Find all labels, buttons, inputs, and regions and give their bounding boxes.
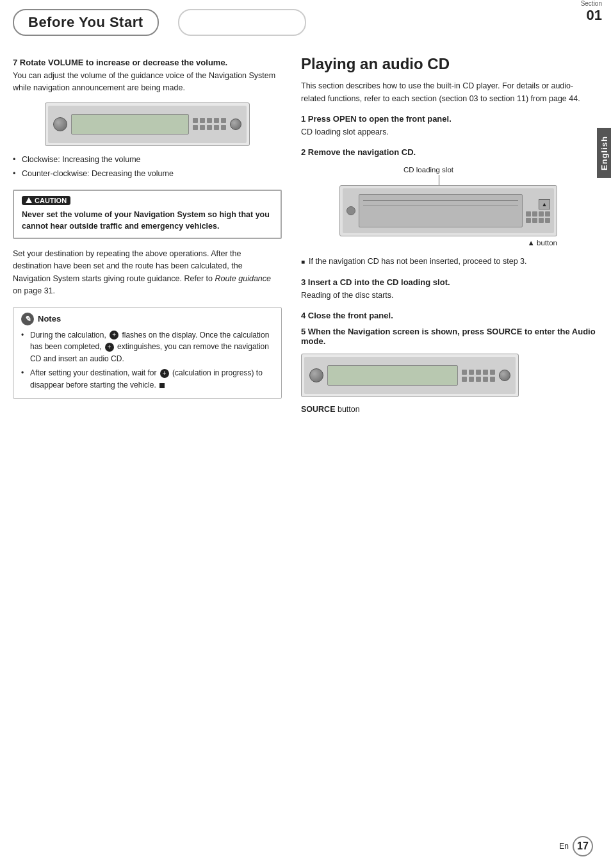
note-item-2: After setting your destination, wait for… <box>21 367 273 391</box>
destination-paragraph: Set your destination by repeating the ab… <box>13 248 282 298</box>
notes-list: During the calculation, flashes on the d… <box>21 329 273 391</box>
cd-button-grid <box>526 211 550 223</box>
section-number: 01 <box>587 7 602 24</box>
calc-icon-1 <box>110 331 118 340</box>
subtitle-pill <box>178 9 306 36</box>
eject-label-area: ▲ button <box>339 239 557 247</box>
section-heading: Playing an audio CD <box>301 55 596 73</box>
stop-icon <box>159 383 165 388</box>
content-area: 7 Rotate VOLUME to increase or decrease … <box>0 36 611 427</box>
source-device-buttons <box>462 370 495 382</box>
bullet-item-2: Counter-clockwise: Decreasing the volume <box>13 168 282 180</box>
source-bold-text: SOURCE <box>301 405 335 414</box>
cd-slot-indicator <box>363 200 518 201</box>
cd-slot-text: CD loading slot <box>403 166 453 174</box>
step3-heading: 3 Insert a CD into the CD loading slot. <box>301 277 596 287</box>
source-screen <box>327 365 458 386</box>
page-header: Before You Start Section 01 <box>0 0 611 36</box>
cd-slot-label: CD loading slot <box>339 166 557 174</box>
device-buttons <box>193 118 226 130</box>
step2-heading: 2 Remove the navigation CD. <box>301 147 596 157</box>
page-number: 17 <box>573 836 593 856</box>
eject-button[interactable]: ▲ <box>539 199 550 209</box>
cd-device-image: ▲ <box>339 185 557 236</box>
step1-heading: 1 Press OPEN to open the front panel. <box>301 114 596 124</box>
step5-heading: 5 When the Navigation screen is shown, p… <box>301 327 596 346</box>
arrow-line-down <box>439 175 439 185</box>
intro-text: This section describes how to use the bu… <box>301 79 596 105</box>
section-label: Section <box>581 0 602 7</box>
right-knob <box>230 119 241 130</box>
cd-right-panel: ▲ <box>526 199 550 223</box>
device-image-2 <box>301 354 519 397</box>
cd-note-text: If the navigation CD has not been insert… <box>309 256 527 268</box>
notes-title: ✎ Notes <box>21 313 273 325</box>
cd-main-body <box>359 194 523 227</box>
caution-icon: CAUTION <box>22 196 70 205</box>
cd-left-knob <box>346 206 355 215</box>
device-screen <box>71 114 189 135</box>
page-title: Before You Start <box>13 9 159 36</box>
cd-device-wrapper: CD loading slot <box>339 166 557 247</box>
step7-heading: 7 Rotate VOLUME to increase or decrease … <box>13 58 282 67</box>
left-column: 7 Rotate VOLUME to increase or decrease … <box>13 49 282 414</box>
cd-note: ■ If the navigation CD has not been inse… <box>301 256 596 268</box>
device-image-1 <box>45 102 250 146</box>
volume-bullet-list: Clockwise: Increasing the volume Counter… <box>13 154 282 181</box>
eject-label-text: ▲ button <box>527 239 557 247</box>
caution-body: Never set the volume of your Navigation … <box>22 209 273 233</box>
step3-body: Reading of the disc starts. <box>301 290 596 302</box>
page-number-prefix: En <box>559 842 569 851</box>
caution-box: CAUTION Never set the volume of your Nav… <box>13 190 282 240</box>
left-knob <box>53 117 67 131</box>
notes-box: ✎ Notes During the calculation, flashes … <box>13 307 282 400</box>
right-column: Playing an audio CD This section describ… <box>301 49 596 414</box>
note-item-1: During the calculation, flashes on the d… <box>21 329 273 365</box>
section-info: Section 01 <box>581 0 602 24</box>
caution-title: CAUTION <box>22 196 273 205</box>
source-right-knob <box>499 370 510 381</box>
calc-icon-3 <box>160 369 169 378</box>
language-tab: English <box>597 128 611 178</box>
step7-body: You can adjust the volume of the guidanc… <box>13 70 282 95</box>
source-label-text: button <box>338 405 360 414</box>
bullet-item-1: Clockwise: Increasing the volume <box>13 154 282 166</box>
page-footer: En 17 <box>559 836 593 856</box>
source-label: SOURCE button <box>301 405 596 414</box>
calc-icon-2 <box>105 343 114 352</box>
step1-body: CD loading slot appears. <box>301 126 596 138</box>
step4-heading: 4 Close the front panel. <box>301 311 596 320</box>
square-bullet: ■ <box>301 257 305 267</box>
notes-icon: ✎ <box>21 313 34 325</box>
source-left-knob <box>309 368 323 382</box>
